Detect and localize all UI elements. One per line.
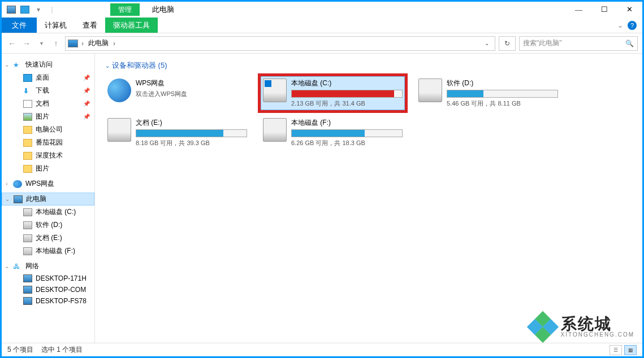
download-icon: ⬇ (23, 87, 32, 95)
close-button[interactable]: ✕ (617, 2, 642, 18)
expand-toggle-icon[interactable]: ⌄ (5, 196, 10, 202)
drive-item[interactable]: WPS网盘双击进入WPS网盘 (105, 76, 249, 110)
desktop-icon (23, 74, 32, 82)
sidebar-network[interactable]: ⌄ 🖧 网络 (2, 260, 94, 273)
recent-dropdown[interactable]: ▾ (36, 40, 47, 46)
sidebar-item-label: 本地磁盘 (F:) (36, 246, 75, 256)
sidebar-network-item[interactable]: DESKTOP-171H (2, 273, 94, 284)
sidebar-drive-item[interactable]: 本地磁盘 (C:) (2, 206, 94, 219)
sidebar-item[interactable]: ⬇下载📌 (2, 84, 94, 97)
status-count: 5 个项目 (7, 345, 33, 355)
up-button[interactable]: ↑ (50, 39, 62, 48)
pc-icon (68, 40, 78, 47)
status-bar: 5 个项目 选中 1 个项目 ☰ ▦ (2, 343, 642, 356)
pc-icon (14, 195, 23, 203)
sidebar-drive-item[interactable]: 软件 (D:) (2, 219, 94, 232)
sidebar-drive-item[interactable]: 文档 (E:) (2, 232, 94, 245)
sidebar-item-label: 电脑公司 (36, 125, 63, 134)
sidebar-item[interactable]: 文档📌 (2, 97, 94, 110)
sidebar-item-label: 本地磁盘 (C:) (36, 207, 76, 217)
drive-capacity-text: 5.46 GB 可用，共 8.11 GB (447, 99, 558, 108)
ribbon-contextual-label: 管理 (110, 3, 140, 16)
view-details-button[interactable]: ☰ (610, 345, 622, 355)
status-selection: 选中 1 个项目 (41, 345, 83, 355)
drive-item[interactable]: 文档 (E:)8.18 GB 可用，共 39.3 GB (105, 116, 249, 150)
sidebar-item[interactable]: 电脑公司 (2, 123, 94, 136)
sidebar-item[interactable]: 图片 (2, 162, 94, 175)
sidebar-label: 网络 (25, 261, 39, 271)
expand-toggle-icon[interactable]: › (4, 181, 10, 187)
section-header[interactable]: ⌄ 设备和驱动器 (5) (105, 60, 632, 71)
doc-icon (23, 100, 32, 108)
drive-item[interactable]: 软件 (D:)5.46 GB 可用，共 8.11 GB (416, 76, 560, 110)
ribbon-tab-drive-tools[interactable]: 驱动器工具 (105, 18, 158, 33)
app-icon (5, 3, 18, 16)
sidebar-label: 快速访问 (25, 60, 53, 69)
sidebar-item-label: 番茄花园 (36, 138, 63, 147)
sidebar-item[interactable]: 深度技术 (2, 149, 94, 162)
window-title: 此电脑 (152, 5, 174, 15)
drive-icon (23, 247, 32, 255)
sidebar-item-label: 软件 (D:) (36, 220, 62, 230)
forward-button[interactable]: → (21, 39, 32, 48)
drive-name: 软件 (D:) (447, 78, 558, 88)
view-tiles-button[interactable]: ▦ (624, 345, 637, 355)
sidebar-network-item[interactable]: DESKTOP-COM (2, 284, 94, 295)
drive-icon (23, 234, 32, 242)
pin-icon: 📌 (83, 88, 90, 94)
sidebar-item[interactable]: 番茄花园 (2, 136, 94, 149)
folder-icon (23, 152, 32, 160)
chevron-icon[interactable]: › (112, 40, 116, 47)
address-dropdown-icon[interactable]: ⌄ (485, 40, 489, 46)
ribbon-expand-icon[interactable]: ⌄ (617, 21, 623, 29)
sidebar-quick-access[interactable]: ⌄ ★ 快速访问 (2, 58, 94, 71)
refresh-button[interactable]: ↻ (499, 36, 516, 51)
pic-icon (23, 113, 32, 121)
pin-icon: 📌 (83, 113, 90, 120)
chevron-icon[interactable]: › (80, 40, 85, 47)
collapse-caret-icon[interactable]: ⌄ (105, 63, 110, 69)
titlebar: ▾ | 管理 此电脑 — ☐ ✕ (2, 2, 642, 18)
folder-icon (23, 165, 32, 173)
minimize-button[interactable]: — (566, 2, 591, 18)
sidebar-item[interactable]: 图片📌 (2, 110, 94, 123)
sidebar-network-item[interactable]: DESKTOP-FS78 (2, 295, 94, 307)
drive-item[interactable]: 本地磁盘 (F:)6.26 GB 可用，共 18.3 GB (261, 116, 405, 150)
ribbon-tab-computer[interactable]: 计算机 (37, 18, 75, 33)
sidebar-label: 此电脑 (26, 194, 46, 204)
maximize-button[interactable]: ☐ (591, 2, 617, 18)
address-segment[interactable]: 此电脑 (87, 38, 110, 48)
expand-toggle-icon[interactable]: ⌄ (4, 62, 10, 68)
drive-name: WPS网盘 (136, 78, 247, 88)
drive-capacity-text: 8.18 GB 可用，共 39.3 GB (136, 139, 247, 147)
capacity-bar (291, 129, 403, 137)
capacity-bar (136, 129, 247, 137)
ribbon-tab-view[interactable]: 查看 (75, 18, 105, 33)
ribbon-tab-file[interactable]: 文件 (2, 18, 37, 33)
address-bar[interactable]: › 此电脑 › ⌄ (65, 36, 495, 51)
sidebar-drive-item[interactable]: 本地磁盘 (F:) (2, 245, 94, 257)
sidebar-item-label: 桌面 (36, 73, 49, 82)
drive-capacity-text: 双击进入WPS网盘 (136, 90, 247, 98)
qat-item[interactable]: ▾ (32, 3, 45, 16)
folder-icon (23, 126, 32, 134)
qat-item[interactable] (19, 3, 31, 16)
search-box[interactable]: 搜索"此电脑" 🔍 (519, 36, 638, 51)
sidebar-wps[interactable]: › WPS网盘 (2, 177, 94, 190)
capacity-bar (291, 90, 403, 98)
back-button[interactable]: ← (6, 39, 18, 48)
sidebar-item[interactable]: 桌面📌 (2, 71, 94, 84)
wps-icon (107, 78, 131, 102)
help-icon[interactable]: ? (628, 21, 637, 30)
drive-item[interactable]: 本地磁盘 (C:)2.13 GB 可用，共 31.4 GB (261, 76, 405, 110)
sidebar-this-pc[interactable]: ⌄ 此电脑 (2, 193, 94, 206)
drive-icon (23, 208, 32, 216)
main-area: ⌄ ★ 快速访问 桌面📌⬇下载📌文档📌图片📌电脑公司番茄花园深度技术图片 › W… (2, 54, 642, 343)
qat-separator: | (46, 3, 58, 16)
search-icon: 🔍 (625, 40, 634, 47)
expand-toggle-icon[interactable]: ⌄ (4, 263, 10, 269)
drive-capacity-text: 6.26 GB 可用，共 18.3 GB (291, 139, 403, 147)
disk-icon (418, 78, 442, 102)
sidebar-item-label: DESKTOP-FS78 (36, 297, 87, 305)
drive-name: 本地磁盘 (F:) (291, 118, 403, 128)
